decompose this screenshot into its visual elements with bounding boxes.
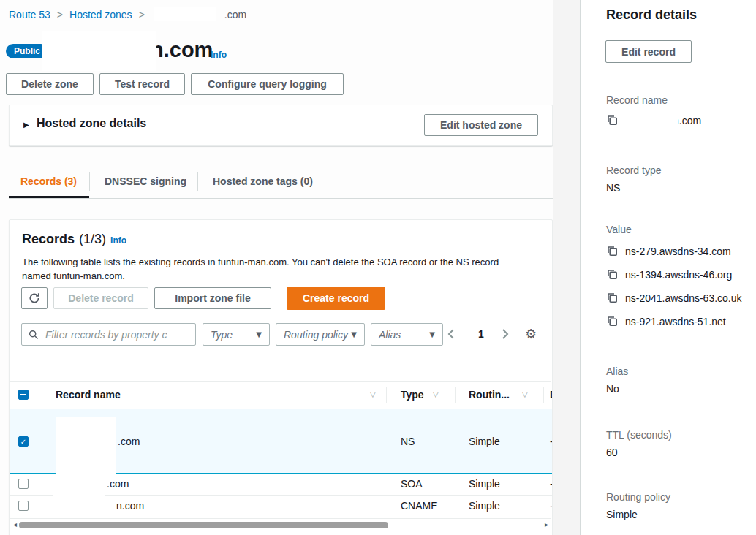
copy-icon[interactable] <box>606 268 618 280</box>
table-header-row: Record name ▽ Type ▽ Routin... ▽ D <box>10 381 551 410</box>
edit-record-button[interactable]: Edit record <box>605 40 692 63</box>
title-info-link[interactable]: Info <box>211 50 227 60</box>
select-all-checkbox[interactable] <box>18 390 29 400</box>
value-item: ns-279.awsdns-34.com <box>625 246 731 257</box>
row-checkbox[interactable] <box>18 479 29 489</box>
value-item: ns-921.awsdns-51.net <box>625 316 726 327</box>
page-title: n.com <box>151 38 213 62</box>
routing-policy-filter-dropdown[interactable]: Routing policy ▼ <box>276 323 365 346</box>
redaction-box <box>621 110 678 129</box>
record-name-label: Record name <box>606 94 668 106</box>
records-count: (1/3) <box>79 232 106 247</box>
caret-down-icon: ▼ <box>351 330 357 338</box>
hosted-zone-details-title[interactable]: Hosted zone details <box>37 117 146 130</box>
column-type[interactable]: Type <box>401 389 424 401</box>
sort-type-icon[interactable]: ▽ <box>433 390 439 398</box>
breadcrumb-separator-icon: > <box>57 9 63 20</box>
column-divider <box>543 387 544 403</box>
alias-filter-dropdown[interactable]: Alias ▼ <box>371 323 443 346</box>
column-routing-policy[interactable]: Routin... <box>469 389 510 401</box>
record-type-label: Record type <box>606 164 661 176</box>
tab-records[interactable]: Records (3) <box>20 175 77 187</box>
caret-down-icon: ▼ <box>429 330 435 338</box>
column-divider <box>455 387 456 403</box>
record-name-cell: .com <box>107 478 129 490</box>
record-details-title: Record details <box>606 7 697 23</box>
row-checkbox[interactable] <box>18 501 29 511</box>
column-divider <box>386 387 387 403</box>
record-name-cell: .com <box>118 436 140 447</box>
clipped-cell: - <box>550 478 553 490</box>
route53-hosted-zone-page: Route 53 > Hosted zones > .com Public n.… <box>0 0 756 535</box>
horizontal-scrollbar[interactable]: ◂ ▸ <box>10 518 551 531</box>
column-record-name[interactable]: Record name <box>56 389 121 401</box>
ttl-value: 60 <box>606 447 618 458</box>
delete-zone-button[interactable]: Delete zone <box>6 73 94 95</box>
search-box <box>21 323 196 346</box>
value-label: Value <box>606 224 632 235</box>
next-page-icon[interactable] <box>501 328 510 340</box>
scroll-right-icon[interactable]: ▸ <box>545 520 548 528</box>
clipped-cell: - <box>550 500 553 512</box>
alias-label: Alias <box>606 365 628 377</box>
scrollbar-thumb[interactable] <box>19 522 388 528</box>
caret-down-icon: ▼ <box>256 330 262 338</box>
record-type-cell: CNAME <box>401 500 438 512</box>
expand-triangle-icon[interactable]: ▶ <box>23 121 29 129</box>
ttl-label: TTL (seconds) <box>606 429 672 441</box>
current-page-number[interactable]: 1 <box>478 328 484 340</box>
records-description: The following table lists the existing r… <box>22 255 513 283</box>
breadcrumb-route53-link[interactable]: Route 53 <box>9 9 50 20</box>
record-type-cell: NS <box>401 436 415 447</box>
delete-record-button[interactable]: Delete record <box>53 287 148 309</box>
hosted-zone-details-card: ▶ Hosted zone details Edit hosted zone <box>9 105 553 146</box>
routing-policy-cell: Simple <box>469 478 500 490</box>
redaction-box <box>42 31 156 71</box>
redaction-box <box>56 417 116 479</box>
tab-divider <box>89 172 90 191</box>
sort-routing-icon[interactable]: ▽ <box>522 390 528 398</box>
value-item: ns-1394.awsdns-46.org <box>625 269 732 281</box>
refresh-icon <box>29 292 40 304</box>
search-input[interactable] <box>44 328 189 341</box>
routing-policy-cell: Simple <box>469 500 500 512</box>
record-details-panel: Record details Edit record Record name n… <box>581 0 756 535</box>
routing-policy-cell: Simple <box>469 436 500 447</box>
copy-icon[interactable] <box>606 315 618 327</box>
record-type-cell: SOA <box>401 478 423 490</box>
sort-record-name-icon[interactable]: ▽ <box>370 390 376 398</box>
clipped-cell: - <box>550 436 553 447</box>
breadcrumb-current: .com <box>224 9 246 20</box>
records-heading: Records (1/3) Info <box>22 232 126 247</box>
breadcrumb-hosted-zones-link[interactable]: Hosted zones <box>69 9 132 20</box>
value-item: ns-2041.awsdns-63.co.uk <box>625 292 742 304</box>
routing-policy-value: Simple <box>606 509 638 520</box>
import-zone-file-button[interactable]: Import zone file <box>154 287 271 309</box>
breadcrumb-separator-icon: > <box>139 9 145 20</box>
alias-value: No <box>606 383 619 395</box>
configure-query-logging-button[interactable]: Configure query logging <box>191 73 344 95</box>
row-checkbox-checked[interactable]: ✓ <box>18 436 29 447</box>
panel-gap <box>553 0 580 535</box>
tab-dnssec-signing[interactable]: DNSSEC signing <box>105 175 186 187</box>
record-name-cell: n.com <box>116 500 144 512</box>
previous-page-icon[interactable] <box>447 328 456 340</box>
search-icon <box>29 330 39 340</box>
refresh-button[interactable] <box>21 287 48 309</box>
copy-icon[interactable] <box>606 245 618 257</box>
test-record-button[interactable]: Test record <box>99 73 185 95</box>
create-record-button[interactable]: Create record <box>287 287 385 310</box>
redaction-box <box>154 7 216 21</box>
scroll-left-icon[interactable]: ◂ <box>13 520 17 528</box>
copy-icon[interactable] <box>606 292 618 303</box>
records-info-link[interactable]: Info <box>110 235 126 246</box>
record-type-value: NS <box>606 182 620 194</box>
tab-divider <box>197 172 198 191</box>
edit-hosted-zone-button[interactable]: Edit hosted zone <box>424 114 538 136</box>
table-settings-gear-icon[interactable]: ⚙ <box>525 326 537 341</box>
tab-hosted-zone-tags[interactable]: Hosted zone tags (0) <box>213 175 313 187</box>
type-filter-dropdown[interactable]: Type ▼ <box>203 323 270 346</box>
column-clipped: D <box>550 389 553 401</box>
active-tab-underline <box>9 196 89 198</box>
copy-icon[interactable] <box>606 114 618 126</box>
